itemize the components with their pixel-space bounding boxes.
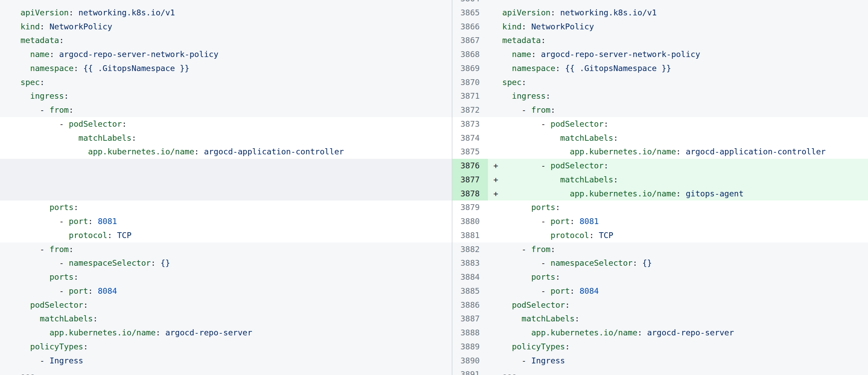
new-line-number[interactable]: 3885	[452, 284, 488, 298]
new-line-number[interactable]: 3878	[452, 187, 488, 201]
old-code-placeholder-cell	[0, 173, 452, 187]
new-code-cell: name: argocd-repo-server-network-policy	[502, 47, 868, 61]
diff-marker-empty	[488, 256, 502, 270]
old-code-cell: ports:	[0, 200, 452, 214]
code-token: -	[20, 105, 49, 115]
diff-row: - Ingress3890 - Ingress	[0, 354, 868, 368]
new-line-number[interactable]: 3870	[452, 75, 488, 89]
code-token: Ingress	[531, 356, 565, 365]
new-line-number[interactable]: 3879	[452, 200, 488, 214]
old-code-cell: spec:	[0, 75, 452, 89]
code-token: :	[49, 50, 59, 59]
new-line-number[interactable]: 3872	[452, 103, 488, 117]
code-token: -	[502, 161, 550, 170]
code-token: :	[570, 217, 579, 226]
diff-row: matchLabels:3874 matchLabels:	[0, 131, 868, 145]
code-token: :	[550, 105, 555, 115]
code-token: :	[633, 258, 642, 268]
diff-row: ---3864---	[0, 0, 868, 6]
new-line-number[interactable]: 3883	[452, 256, 488, 270]
code-token: name	[512, 50, 531, 59]
new-line-number[interactable]: 3869	[452, 61, 488, 75]
new-line-number[interactable]: 3891	[452, 367, 488, 375]
code-token: -	[20, 217, 69, 226]
code-token: :	[93, 314, 98, 323]
diff-marker-empty	[488, 242, 502, 256]
code-token: :	[59, 36, 64, 45]
code-token	[502, 314, 522, 323]
code-token: TCP	[117, 231, 131, 240]
code-token: networking.k8s.io/v1	[560, 8, 657, 17]
new-code-cell: ---	[502, 367, 868, 375]
code-token: 8084	[579, 286, 599, 296]
code-token: argocd-repo-server-network-policy	[59, 50, 218, 59]
new-line-number[interactable]: 3864	[452, 0, 488, 6]
new-line-number[interactable]: 3874	[452, 131, 488, 145]
code-token: app.kubernetes.io/name	[570, 147, 676, 156]
code-token: :	[88, 286, 98, 296]
code-token	[20, 231, 69, 240]
new-line-number[interactable]: 3887	[452, 312, 488, 326]
code-token	[502, 133, 560, 143]
new-line-number[interactable]: 3876	[452, 159, 488, 173]
new-line-number[interactable]: 3889	[452, 340, 488, 354]
new-line-number[interactable]: 3865	[452, 6, 488, 20]
diff-row: 3878+ app.kubernetes.io/name: gitops-age…	[0, 187, 868, 201]
code-token: podSelector	[550, 161, 604, 170]
code-token	[20, 328, 49, 337]
new-line-number[interactable]: 3871	[452, 89, 488, 103]
new-line-number[interactable]: 3868	[452, 47, 488, 61]
new-line-number[interactable]: 3886	[452, 298, 488, 312]
diff-row: - port: 80843885 - port: 8084	[0, 284, 868, 298]
code-token: :	[676, 147, 685, 156]
code-token: kind	[502, 22, 522, 31]
new-line-number[interactable]: 3881	[452, 228, 488, 242]
diff-row: app.kubernetes.io/name: argocd-repo-serv…	[0, 326, 868, 340]
diff-row: matchLabels:3887 matchLabels:	[0, 312, 868, 326]
new-line-number[interactable]: 3873	[452, 117, 488, 131]
new-code-cell: - from:	[502, 103, 868, 117]
code-token: -	[502, 245, 531, 254]
code-token: -	[502, 217, 550, 226]
diff-row: ports:3879 ports:	[0, 200, 868, 214]
code-token: kind	[20, 22, 40, 31]
old-code-cell: metadata:	[0, 33, 452, 47]
code-token: port	[69, 217, 88, 226]
diff-marker-empty	[488, 367, 502, 375]
code-token: gitops-agent	[686, 189, 744, 198]
new-code-cell: ---	[502, 0, 868, 6]
new-code-cell: namespace: {{ .GitopsNamespace }}	[502, 61, 868, 75]
code-token	[20, 272, 49, 282]
new-code-cell: ingress:	[502, 89, 868, 103]
code-token: :	[531, 50, 541, 59]
diff-row: podSelector:3886 podSelector:	[0, 298, 868, 312]
code-token: metadata	[502, 36, 541, 45]
new-line-number[interactable]: 3867	[452, 33, 488, 47]
code-token: NetworkPolicy	[531, 22, 594, 31]
code-token: ports	[531, 203, 555, 212]
code-token: -	[502, 119, 550, 129]
new-line-number[interactable]: 3890	[452, 354, 488, 368]
code-token: TCP	[599, 231, 613, 240]
code-token: :	[555, 64, 565, 73]
diff-marker-empty	[488, 354, 502, 368]
new-line-number[interactable]: 3888	[452, 326, 488, 340]
new-line-number[interactable]: 3880	[452, 214, 488, 228]
new-line-number[interactable]: 3866	[452, 20, 488, 34]
code-token: :	[565, 342, 570, 351]
code-token: {}	[642, 258, 652, 268]
diff-marker-empty	[488, 214, 502, 228]
code-token: matchLabels	[522, 314, 575, 323]
code-token: namespace	[30, 64, 73, 73]
old-code-cell: - podSelector:	[0, 117, 452, 131]
new-line-number[interactable]: 3875	[452, 145, 488, 159]
new-line-number[interactable]: 3884	[452, 270, 488, 284]
code-token: from	[49, 105, 69, 115]
diff-marker-empty	[488, 284, 502, 298]
new-line-number[interactable]: 3877	[452, 173, 488, 187]
code-token: ---	[20, 0, 35, 3]
old-code-cell: - from:	[0, 103, 452, 117]
new-code-cell: app.kubernetes.io/name: argocd-applicati…	[502, 145, 868, 159]
new-code-cell: policyTypes:	[502, 340, 868, 354]
new-line-number[interactable]: 3882	[452, 242, 488, 256]
